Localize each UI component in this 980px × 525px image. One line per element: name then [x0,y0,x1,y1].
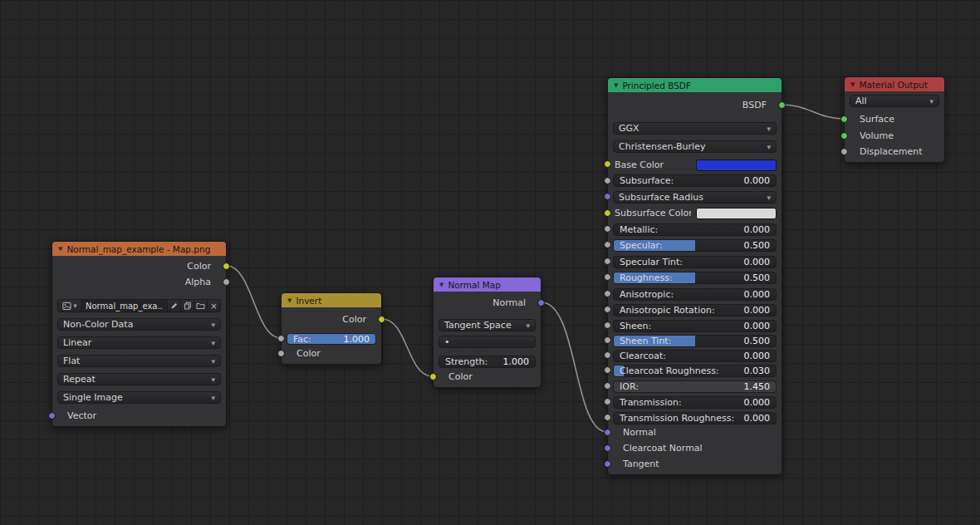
socket-specular-input[interactable] [604,241,611,248]
collapse-icon[interactable]: ▼ [58,246,62,253]
fac-slider[interactable]: Fac: 1.000 [287,333,376,345]
distribution-select[interactable]: GGX ▾ [613,122,777,135]
socket-sheen-tint-input[interactable] [604,336,611,344]
projection-select[interactable]: Flat ▾ [57,355,221,367]
chevron-down-icon: ▾ [767,125,771,133]
socket-sheen-input[interactable] [604,321,611,329]
image-name-field[interactable]: Normal_map_exa.. [81,299,168,312]
output-label-alpha: Alpha [185,277,211,288]
extension-select[interactable]: Repeat ▾ [57,373,221,385]
specular-slider[interactable]: Specular: 0.500 [613,239,777,252]
node-material-output-header[interactable]: ▼ Material Output [845,77,944,91]
node-image-texture-header[interactable]: ▼ Normal_map_example - Map.png [52,242,226,256]
node-title: Material Output [859,80,927,90]
output-label-color: Color [342,314,366,326]
socket-metallic-input[interactable] [604,225,611,233]
socket-roughness-input[interactable] [604,273,611,281]
subsurface-color-swatch[interactable] [696,208,777,219]
input-label-clearcoat-normal: Clearcoat Normal [623,443,703,454]
socket-color-input[interactable] [429,373,437,380]
socket-tangent-input[interactable] [604,460,611,468]
source-select[interactable]: Single Image ▾ [57,391,221,404]
base-color-swatch[interactable] [696,159,777,171]
socket-base-color-input[interactable] [604,160,611,168]
chevron-down-icon: ▾ [211,357,215,366]
socket-normal-output[interactable] [537,299,545,307]
socket-displacement-input[interactable] [840,148,848,155]
socket-surface-input[interactable] [840,115,848,123]
transmission-slider[interactable]: Transmission: 0.000 [613,396,777,409]
anisotropic-rotation-slider[interactable]: Anisotropic Rotation: 0.000 [613,304,777,316]
node-invert-header[interactable]: ▼ Invert [282,293,381,307]
node-title: Normal_map_example - Map.png [66,244,210,254]
socket-volume-input[interactable] [840,132,848,140]
link-invert-color-to-normalmap-color [382,319,433,376]
anisotropic-slider[interactable]: Anisotropic: 0.000 [613,288,777,301]
socket-anisotropic-rotation-input[interactable] [604,306,611,313]
subsurface-color-row: Subsurface Color [613,207,777,219]
space-select[interactable]: Tangent Space ▾ [439,319,536,331]
socket-transmission-roughness-input[interactable] [604,414,611,421]
socket-clearcoat-normal-input[interactable] [604,444,611,452]
clearcoat-roughness-slider[interactable]: Clearcoat Roughness: 0.030 [613,365,777,377]
clearcoat-slider[interactable]: Clearcoat: 0.000 [613,350,777,362]
roughness-slider[interactable]: Roughness: 0.500 [613,272,777,284]
unlink-image-button[interactable]: × [207,299,221,312]
socket-fac-input[interactable] [277,335,285,342]
socket-vector-input[interactable] [48,412,56,420]
socket-subsurface-input[interactable] [604,177,611,184]
node-normal-map[interactable]: ▼ Normal Map Normal Tangent Space ▾ • St… [433,277,541,388]
node-editor-canvas[interactable]: ▼ Normal_map_example - Map.png Color Alp… [0,0,980,525]
collapse-icon[interactable]: ▼ [850,81,855,88]
open-image-button[interactable] [194,299,208,312]
duplicate-button[interactable] [180,299,194,312]
strength-slider[interactable]: Strength: 1.000 [439,356,536,368]
node-normal-map-header[interactable]: ▼ Normal Map [434,277,541,292]
chevron-down-icon: ▾ [929,97,933,105]
transmission-roughness-slider[interactable]: Transmission Roughness: 0.000 [613,412,777,424]
node-principled-bsdf[interactable]: ▼ Principled BSDF BSDF GGX ▾ Christensen… [607,77,782,475]
node-principled-header[interactable]: ▼ Principled BSDF [608,78,782,92]
specular-tint-slider[interactable]: Specular Tint: 0.000 [613,256,777,268]
chevron-down-icon: ▾ [211,375,215,384]
collapse-icon[interactable]: ▼ [439,282,443,288]
target-select[interactable]: All ▾ [850,95,939,107]
collapse-icon[interactable]: ▼ [287,297,292,304]
edit-button[interactable] [167,299,181,312]
socket-normal-input[interactable] [604,429,611,436]
socket-subsurface-radius-input[interactable] [604,193,611,200]
metallic-slider[interactable]: Metallic: 0.000 [613,223,777,236]
socket-transmission-input[interactable] [604,398,611,405]
interpolation-select[interactable]: Linear ▾ [57,336,221,349]
image-browse-button[interactable]: ▾ [57,299,82,312]
socket-color-output[interactable] [378,316,385,323]
edit-icon [170,302,179,310]
socket-color-input[interactable] [277,350,285,357]
socket-bsdf-output[interactable] [778,101,786,109]
color-space-select[interactable]: Non-Color Data ▾ [57,318,221,331]
socket-specular-tint-input[interactable] [604,258,611,265]
uv-map-field[interactable]: • [439,336,536,348]
socket-anisotropic-input[interactable] [604,290,611,297]
folder-icon [196,302,205,310]
socket-ior-input[interactable] [604,382,611,390]
link-normalmap-normal-to-principled-normal [541,302,607,432]
ior-slider[interactable]: IOR: 1.450 [613,380,777,393]
node-material-output[interactable]: ▼ Material Output All ▾ Surface Volume D… [844,76,945,163]
sheen-tint-slider[interactable]: Sheen Tint: 0.500 [613,335,777,347]
subsurface-slider[interactable]: Subsurface: 0.000 [613,174,777,187]
socket-alpha-output[interactable] [223,278,230,286]
socket-color-output[interactable] [223,262,230,270]
socket-clearcoat-roughness-input[interactable] [604,366,611,374]
base-color-row: Base Color [613,159,777,171]
collapse-icon[interactable]: ▼ [614,82,618,89]
chevron-down-icon: ▾ [211,339,215,347]
socket-clearcoat-input[interactable] [604,351,611,359]
node-image-texture[interactable]: ▼ Normal_map_example - Map.png Color Alp… [51,241,227,427]
sheen-slider[interactable]: Sheen: 0.000 [613,320,777,332]
subsurface-method-select[interactable]: Christensen-Burley ▾ [613,140,777,153]
socket-subsurface-color-input[interactable] [604,209,611,217]
output-label-normal: Normal [492,297,526,309]
subsurface-radius-select[interactable]: Subsurface Radius ▾ [613,191,777,204]
node-invert[interactable]: ▼ Invert Color Fac: 1.000 Color [281,292,382,365]
